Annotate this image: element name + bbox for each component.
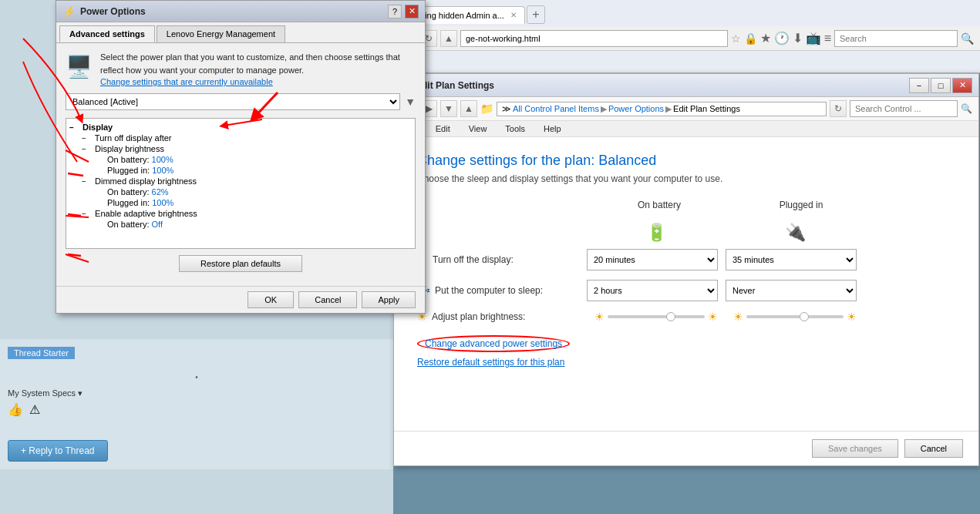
sun-bright-icon-right-2: ☀ [847,311,857,323]
plan-arrow-icon: ▼ [405,96,416,108]
sleep-battery-select[interactable]: 2 hours 1 minute 5 minutes 10 minutes 15… [587,280,718,301]
sleep-plugged-select[interactable]: Never 1 minute 5 minutes 10 minutes 15 m… [726,280,857,301]
sleep-label: 💤 Put the computer to sleep: [417,280,587,301]
dialog-footer: OK Cancel Apply [56,286,425,313]
hd-icon[interactable]: 📺 [806,31,821,45]
plan-selector-row: Balanced [Active] Power saver High perfo… [66,93,416,110]
change-advanced-power-link[interactable]: Change advanced power settings [417,335,955,352]
menu-tools[interactable]: Tools [502,123,528,135]
close-button[interactable]: ✕ [405,5,419,18]
tree-dimmed-battery: On battery: 62% [69,186,412,197]
url-bar[interactable] [460,30,728,47]
browser-search-input[interactable] [834,30,958,47]
dialog-info-row: 🖥️ Select the power plan that you want t… [66,51,416,87]
up-nav-button[interactable]: ▲ [460,100,477,117]
up-button[interactable]: ▲ [440,30,457,47]
tree-dimmed-brightness: − Dimmed display brightness [69,176,412,186]
plan-subtitle: Choose the sleep and display settings th… [417,173,955,184]
reply-to-thread-button[interactable]: + Reply to Thread [8,440,108,462]
dialog-info-text: Select the power plan that you want to c… [100,51,416,76]
turn-off-plugged-cell: 35 minutes 1 minute 5 minutes 10 minutes… [726,249,864,270]
edit-plan-titlebar: 🖥 Edit Plan Settings − □ ✕ [394,74,978,97]
breadcrumb-control-panel[interactable]: All Control Panel Items [513,104,599,113]
search-icon[interactable]: 🔍 [961,32,974,45]
history-icon[interactable]: 🕐 [774,31,790,45]
turn-off-display-label: 🖥 Turn off the display: [417,249,587,270]
menu-view[interactable]: View [466,123,490,135]
address-bar: ◀ ▶ ▼ ▲ 📁 ≫ All Control Panel Items ▶ Po… [394,97,978,121]
menu-edit[interactable]: Edit [433,123,453,135]
turn-off-battery-select[interactable]: 20 minutes 1 minute 5 minutes 10 minutes… [587,249,718,270]
recent-nav-button[interactable]: ▼ [440,100,457,117]
cancel-button[interactable]: Cancel [298,291,357,308]
tree-display-item: − Display [69,122,412,133]
breadcrumb-power-options[interactable]: Power Options [608,104,664,113]
change-settings-link[interactable]: Change settings that are currently unava… [100,77,273,86]
brightness-plugged-thumb[interactable] [800,312,809,321]
address-refresh-button[interactable]: ↻ [830,100,847,117]
tree-plugged-brightness: Plugged in: 100% [69,165,412,176]
turn-off-plugged-select[interactable]: 35 minutes 1 minute 5 minutes 10 minutes… [726,249,857,270]
search-control-input[interactable] [850,100,958,117]
minimize-button[interactable]: − [909,78,929,93]
ok-button[interactable]: OK [248,291,294,308]
plan-selector[interactable]: Balanced [Active] Power saver High perfo… [66,93,400,110]
apply-button[interactable]: Apply [362,291,416,308]
edit-plan-settings-window: 🖥 Edit Plan Settings − □ ✕ ◀ ▶ ▼ ▲ 📁 ≫ A… [393,73,979,466]
thumbsup-icon[interactable]: 👍 [8,402,23,417]
edit-plan-title-text: Edit Plan Settings [416,80,494,91]
breadcrumb-sep-1: ▶ [601,104,607,114]
tab-advanced-settings[interactable]: Advanced settings [59,25,155,42]
save-changes-button[interactable]: Save changes [812,439,898,458]
settings-icon[interactable]: ≡ [824,32,831,45]
my-system-specs[interactable]: My System Specs ▾ [8,388,386,398]
help-button[interactable]: ? [388,5,402,18]
dialog-title-left: ⚡ Power Options [62,5,146,18]
new-tab-button[interactable]: + [527,5,545,24]
brightness-battery-slider-cell: ☀ ☀ [587,311,726,323]
warning-icon[interactable]: ⚠ [29,402,40,417]
power-settings-tree[interactable]: − Display − Turn off display after − Dis… [66,118,416,249]
nav-icons: ★ 🕐 ⬇ 📺 ≡ [760,31,831,45]
restore-window-button[interactable]: □ [931,78,951,93]
menu-help[interactable]: Help [541,123,564,135]
dialog-title-buttons: ? ✕ [388,5,419,18]
brightness-row: ☀ Adjust plan brightness: ☀ ☀ ☀ ☀ [417,311,955,323]
bookmark-icon[interactable]: ☆ [731,32,741,45]
dialog-tabs: Advanced settings Lenovo Energy Manageme… [56,22,425,43]
browser-nav-bar: ◀ ▶ ↻ ▲ ☆ 🔒 ★ 🕐 ⬇ 📺 ≡ 🔍 [374,26,980,51]
brightness-label: ☀ Adjust plan brightness: [417,311,587,323]
sleep-battery-cell: 2 hours 1 minute 5 minutes 10 minutes 15… [587,280,726,301]
tree-battery-brightness: On battery: 100% [69,154,412,165]
battery-icon: 🔋 [646,223,667,242]
action-links: Change advanced power settings Restore d… [417,335,955,368]
thread-starter-badge: Thread Starter [8,347,386,365]
tree-adaptive-brightness: − Enable adaptive brightness [69,208,412,219]
folder-icon: 📁 [480,102,493,115]
battery-icon-cell: 🔋 [587,223,726,243]
bookmark-list-icon[interactable]: ★ [760,31,771,45]
brightness-plugged-slider-track [746,315,844,318]
tab-lenovo-energy[interactable]: Lenovo Energy Management [157,25,285,42]
col-plugged-header: Plugged in [732,200,871,210]
sun-dim-icon-left: ☀ [594,311,605,323]
sun-dim-icon-left-2: ☀ [733,311,743,323]
breadcrumb-current: Edit Plan Settings [673,104,740,113]
restore-plan-defaults-button[interactable]: Restore plan defaults [179,255,302,272]
download-icon[interactable]: ⬇ [793,31,803,45]
icon-row: 👍 ⚠ [8,402,386,417]
close-window-button[interactable]: ✕ [952,78,972,93]
browser-top-bar: 🐉 Enabling hidden Admin a... ✕ + ◀ ▶ ↻ ▲… [374,0,980,73]
lock-icon: 🔒 [744,32,757,45]
restore-defaults-link[interactable]: Restore default settings for this plan [417,357,955,368]
settings-grid-header: On battery Plugged in [417,200,955,210]
brightness-battery-slider-track [608,315,705,318]
brightness-battery-thumb[interactable] [666,312,675,321]
dialog-titlebar: ⚡ Power Options ? ✕ [56,1,425,22]
tab-close-button[interactable]: ✕ [510,11,517,19]
dialog-body: 🖥️ Select the power plan that you want t… [56,43,425,286]
menu-bar: File Edit View Tools Help [394,121,978,137]
plugged-icon-cell: 🔌 [726,223,864,243]
cancel-edit-button[interactable]: Cancel [904,439,963,458]
search-control-icon[interactable]: 🔍 [961,103,972,114]
